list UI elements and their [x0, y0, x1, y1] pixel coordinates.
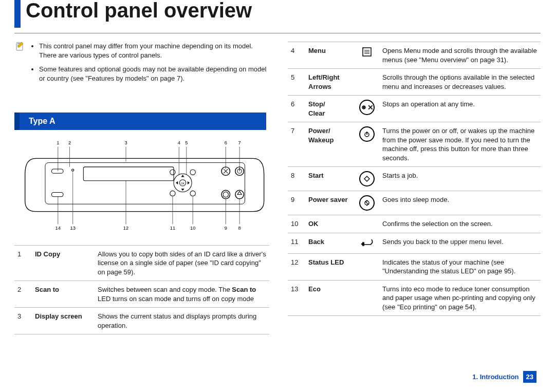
row-name: Back	[305, 233, 355, 254]
row-desc: Allows you to copy both sides of an ID c…	[95, 245, 269, 281]
page-title-bar: Control panel overview	[14, 0, 541, 28]
callout-5: 5	[185, 141, 188, 146]
svg-point-18	[190, 191, 195, 196]
row-name: OK	[305, 215, 355, 233]
row-desc: Shows the current status and displays pr…	[95, 308, 269, 334]
callout-6: 6	[225, 141, 227, 146]
svg-point-17	[170, 191, 175, 196]
note-icon	[14, 42, 25, 52]
svg-point-16	[190, 170, 195, 175]
row-desc: Turns the power on or off, or wakes up t…	[379, 122, 541, 167]
row-num: 1	[14, 245, 32, 281]
row-num: 12	[288, 253, 305, 280]
row-desc: Indicates the status of your machine (se…	[379, 253, 541, 280]
note-item: This control panel may differ from your …	[39, 42, 269, 60]
no-icon	[355, 69, 379, 96]
callout-13: 13	[70, 226, 76, 231]
callout-11: 11	[170, 226, 175, 231]
power-saver-icon	[355, 191, 379, 215]
row-num: 2	[14, 281, 32, 308]
row-num: 8	[288, 167, 305, 191]
row-name: Power saver	[305, 191, 355, 215]
row-desc: Goes into sleep mode.	[379, 191, 541, 215]
table-row: 13 Eco Turns into eco mode to reduce ton…	[288, 280, 541, 316]
svg-rect-12	[83, 167, 174, 181]
callout-12: 12	[123, 226, 128, 231]
row-name: Status LED	[305, 253, 355, 280]
row-num: 7	[288, 122, 305, 167]
callout-2: 2	[68, 141, 71, 146]
page-title: Control panel overview	[26, 0, 252, 22]
stop-icon: ✕	[355, 96, 379, 122]
table-row: 2 Scan to Switches between scan and copy…	[14, 281, 269, 308]
callout-7: 7	[238, 141, 241, 146]
table-row: 4 Menu * Opens Menu mode and scrolls thr…	[288, 42, 541, 69]
title-accent	[14, 0, 21, 28]
table-row: 5 Left/Right Arrows Scrolls through the …	[288, 69, 541, 96]
control-panel-diagram: 1 2 3 4 5 6 7	[14, 137, 269, 239]
row-num: 5	[288, 69, 305, 96]
row-name: Start	[305, 167, 355, 191]
row-name: Scan to	[32, 281, 95, 308]
type-a-heading-wrap: Type A	[14, 113, 269, 130]
row-name: ID Copy	[32, 245, 95, 281]
row-num: 4	[288, 42, 305, 69]
row-num: 6	[288, 96, 305, 122]
svg-text:*: *	[362, 47, 364, 50]
row-desc: Sends you back to the upper menu level.	[379, 233, 541, 254]
feature-table-right: 4 Menu * Opens Menu mode and scrolls thr…	[288, 42, 541, 316]
svg-rect-10	[51, 193, 63, 197]
svg-rect-9	[51, 169, 63, 173]
row-name: Eco	[305, 280, 355, 316]
table-row: 10 OK Confirms the selection on the scre…	[288, 215, 541, 233]
table-row: 3 Display screen Shows the current statu…	[14, 308, 269, 334]
table-row: 8 Start Starts a job.	[288, 167, 541, 191]
row-desc: Stops an operation at any time.	[379, 96, 541, 122]
note-item: Some features and optional goods may not…	[39, 65, 269, 83]
callout-3: 3	[124, 141, 127, 146]
row-desc: Turns into eco mode to reduce toner cons…	[379, 280, 541, 316]
row-num: 13	[288, 280, 305, 316]
back-icon	[355, 233, 379, 254]
note-block: This control panel may differ from your …	[14, 42, 269, 88]
svg-point-15	[170, 170, 175, 175]
table-row: 12 Status LED Indicates the status of yo…	[288, 253, 541, 280]
row-num: 9	[288, 191, 305, 215]
type-a-heading: Type A	[20, 113, 266, 130]
no-icon	[355, 253, 379, 280]
feature-table-left: 1 ID Copy Allows you to copy both sides …	[14, 245, 269, 335]
start-icon	[355, 167, 379, 191]
title-rule	[14, 33, 541, 33]
row-desc: Opens Menu mode and scrolls through the …	[379, 42, 541, 69]
callout-14: 14	[55, 226, 61, 231]
row-name: Power/ Wakeup	[305, 122, 355, 167]
table-row: 9 Power saver Goes into sleep mode.	[288, 191, 541, 215]
row-num: 3	[14, 308, 32, 334]
footer-page-number: 23	[523, 371, 536, 383]
footer-chapter: 1. Introduction	[472, 373, 519, 381]
svg-rect-8	[45, 163, 245, 204]
diagram-ok-label: OK	[181, 182, 185, 185]
page-footer: 1. Introduction 23	[472, 371, 536, 383]
svg-point-11	[72, 169, 74, 171]
callout-1: 1	[57, 141, 59, 146]
row-name: Menu	[305, 42, 355, 69]
callout-4: 4	[178, 141, 180, 146]
row-name: Stop/ Clear	[305, 96, 355, 122]
row-desc: Starts a job.	[379, 167, 541, 191]
row-name: Left/Right Arrows	[305, 69, 355, 96]
callout-10: 10	[190, 226, 195, 231]
note-list: This control panel may differ from your …	[30, 42, 269, 88]
row-desc: Scrolls through the options available in…	[379, 69, 541, 96]
callout-8: 8	[238, 226, 241, 231]
table-row: 1 ID Copy Allows you to copy both sides …	[14, 245, 269, 281]
callout-9: 9	[225, 226, 227, 231]
table-row: 7 Power/ Wakeup Turns the power on or of…	[288, 122, 541, 167]
row-name: Display screen	[32, 308, 95, 334]
table-row: 11 Back Sends you back to the upper menu…	[288, 233, 541, 254]
no-icon	[355, 280, 379, 316]
menu-icon: *	[355, 42, 379, 69]
table-row: 6 Stop/ Clear ✕ Stops an operation at an…	[288, 96, 541, 122]
row-desc: Switches between scan and copy mode. The…	[95, 281, 269, 308]
row-num: 11	[288, 233, 305, 254]
